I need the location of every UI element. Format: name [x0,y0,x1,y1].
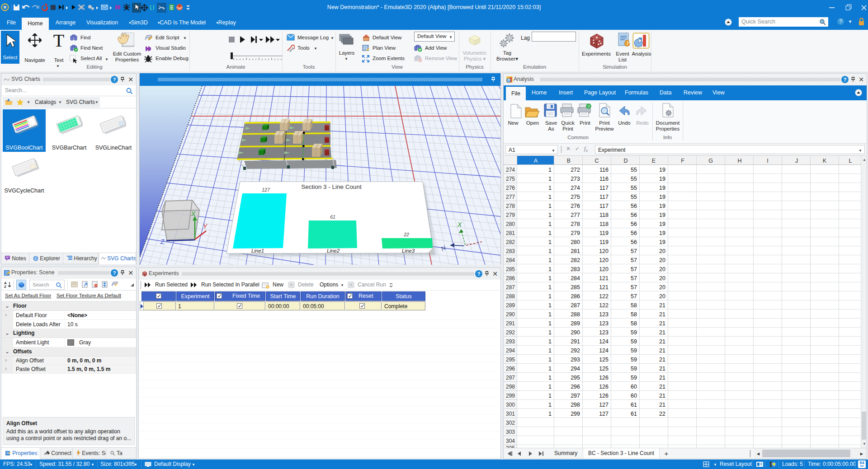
svg-text:1: 1 [548,194,552,200]
svg-text:292: 292 [571,347,580,354]
svg-text:123: 123 [599,311,609,318]
svg-text:279: 279 [571,230,580,236]
svg-text:120: 120 [599,248,609,254]
svg-text:1: 1 [548,375,552,381]
svg-text:C: C [594,158,599,164]
svg-text:56: 56 [631,203,637,209]
svg-text:1: 1 [548,266,552,272]
svg-text:119: 119 [599,230,609,236]
svg-text:61: 61 [330,214,335,220]
svg-text:56: 56 [631,221,637,227]
svg-text:21: 21 [659,393,665,399]
svg-text:19: 19 [659,221,665,227]
svg-text:118: 118 [599,212,609,218]
svg-text:59: 59 [631,347,637,354]
svg-text:21: 21 [659,384,665,390]
svg-text:274: 274 [506,167,515,173]
svg-text:1: 1 [548,393,552,399]
svg-text:19: 19 [659,230,665,236]
svg-text:19: 19 [659,194,665,200]
svg-text:117: 117 [599,194,609,200]
svg-text:1: 1 [548,176,552,182]
svg-text:122: 122 [599,293,609,300]
svg-text:59: 59 [631,329,637,336]
svg-text:276: 276 [506,185,515,191]
svg-text:1: 1 [548,329,552,336]
svg-text:295: 295 [506,356,515,363]
svg-text:122: 122 [599,302,609,309]
svg-text:283: 283 [571,266,580,272]
svg-text:294: 294 [506,347,515,354]
svg-text:Line2: Line2 [327,248,340,253]
svg-text:290: 290 [571,329,580,336]
svg-text:G: G [708,158,713,164]
svg-text:273: 273 [571,176,580,182]
svg-text:126: 126 [599,384,609,390]
svg-text:296: 296 [571,384,580,390]
svg-text:L: L [849,158,852,164]
svg-text:22: 22 [403,232,409,237]
svg-text:298: 298 [506,384,515,390]
svg-text:117: 117 [599,185,609,191]
svg-text:1: 1 [548,284,552,291]
svg-text:292: 292 [506,329,515,336]
svg-text:57: 57 [631,257,637,263]
svg-text:57: 57 [631,275,637,281]
svg-text:21: 21 [659,375,665,381]
svg-text:56: 56 [631,230,637,236]
svg-text:280: 280 [571,239,580,245]
svg-text:297: 297 [571,393,580,399]
svg-text:19: 19 [659,167,665,173]
svg-text:296: 296 [506,366,515,372]
svg-text:120: 120 [599,266,609,272]
svg-text:21: 21 [659,347,665,354]
svg-text:1: 1 [548,311,552,318]
svg-text:21: 21 [659,402,665,408]
svg-text:55: 55 [631,176,637,182]
svg-text:127: 127 [262,187,270,192]
svg-text:21: 21 [659,311,665,318]
svg-text:1: 1 [548,257,552,263]
svg-text:290: 290 [506,311,515,318]
svg-text:285: 285 [506,266,515,272]
svg-text:284: 284 [506,257,515,263]
svg-text:58: 58 [631,302,637,309]
svg-text:291: 291 [571,338,580,345]
svg-text:19: 19 [659,176,665,182]
svg-text:1: 1 [548,384,552,390]
svg-text:1: 1 [548,275,552,281]
svg-text:Z: Z [160,238,165,245]
svg-text:57: 57 [631,293,637,300]
svg-text:127: 127 [599,411,609,417]
svg-text:Line3: Line3 [402,248,415,253]
svg-text:60: 60 [631,393,637,399]
svg-text:1: 1 [548,221,552,227]
svg-text:20: 20 [659,266,665,272]
svg-text:284: 284 [571,275,580,281]
svg-text:I: I [767,158,768,164]
svg-text:H: H [737,158,741,164]
svg-text:288: 288 [506,293,515,300]
svg-text:22: 22 [659,411,665,417]
svg-text:289: 289 [506,302,515,309]
svg-text:1: 1 [548,366,552,372]
svg-text:300: 300 [506,402,515,408]
svg-text:1: 1 [548,320,552,327]
svg-text:298: 298 [571,402,580,408]
svg-text:1: 1 [548,347,552,354]
svg-text:116: 116 [599,176,609,182]
svg-text:282: 282 [571,257,580,263]
svg-text:279: 279 [506,212,515,218]
svg-text:19: 19 [659,212,665,218]
svg-text:125: 125 [599,356,609,363]
svg-text:F: F [681,158,684,164]
svg-text:61: 61 [631,402,637,408]
svg-text:303: 303 [506,429,515,435]
svg-text:Z: Z [4,285,6,288]
svg-text:58: 58 [631,311,637,318]
svg-text:123: 123 [599,320,609,327]
svg-text:X: X [457,221,462,228]
svg-text:278: 278 [506,203,515,209]
svg-text:272: 272 [571,167,580,173]
svg-text:B: B [567,158,571,164]
